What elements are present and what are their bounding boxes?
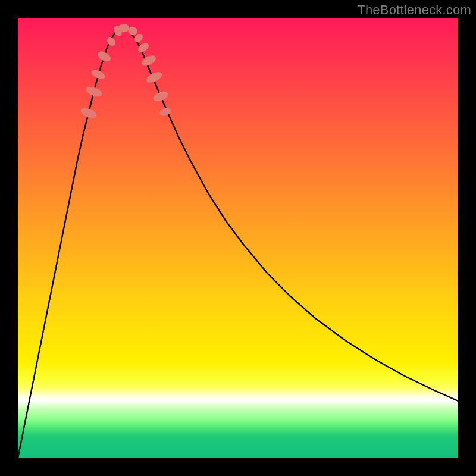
bead-marker	[112, 24, 123, 37]
bead-marker	[118, 24, 129, 32]
outer-frame: TheBottleneck.com	[0, 0, 476, 476]
bead-marker	[158, 107, 172, 118]
curve-svg	[18, 18, 458, 458]
bottleneck-curve	[18, 27, 458, 458]
watermark-text: TheBottleneck.com	[357, 2, 471, 18]
plot-area	[18, 18, 458, 458]
bead-marker	[140, 54, 158, 68]
highlight-beads	[79, 24, 172, 120]
bead-marker	[136, 41, 150, 54]
bead-marker	[133, 32, 144, 44]
bead-marker	[152, 89, 169, 103]
bead-marker	[84, 84, 103, 98]
bead-marker	[96, 49, 112, 64]
bead-marker	[145, 70, 163, 85]
bead-marker	[127, 26, 139, 37]
bead-marker	[79, 106, 98, 120]
bead-marker	[90, 68, 107, 81]
bead-marker	[105, 36, 117, 48]
